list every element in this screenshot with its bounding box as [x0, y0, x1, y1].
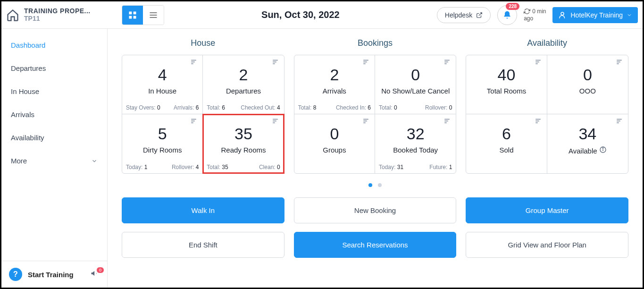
svg-rect-36 [617, 62, 620, 63]
end-shift-button[interactable]: End Shift [122, 232, 284, 258]
section-bookings: Bookings [294, 38, 457, 48]
svg-rect-29 [445, 119, 450, 120]
svg-rect-30 [445, 121, 449, 122]
nav-departures[interactable]: Departures [1, 57, 107, 80]
svg-rect-21 [363, 62, 367, 63]
svg-rect-13 [273, 63, 275, 64]
svg-rect-10 [192, 63, 194, 64]
svg-rect-1 [134, 11, 136, 14]
svg-rect-42 [617, 121, 620, 122]
section-availability: Availability [466, 38, 628, 48]
help-icon[interactable]: ? [9, 268, 22, 281]
svg-rect-4 [150, 12, 157, 13]
nav-dashboard[interactable]: Dashboard [1, 34, 107, 57]
svg-rect-11 [273, 60, 278, 61]
list-view-toggle[interactable] [143, 6, 164, 25]
svg-rect-25 [445, 63, 447, 64]
nav-in-house[interactable]: In House [1, 80, 107, 103]
grid-view-toggle[interactable] [122, 6, 143, 25]
svg-rect-6 [150, 17, 157, 18]
svg-point-46 [602, 148, 603, 148]
svg-rect-32 [535, 60, 541, 61]
helpdesk-button[interactable]: Helpdesk [437, 7, 491, 23]
property-code: TP11 [24, 15, 91, 22]
svg-rect-34 [535, 63, 538, 64]
svg-rect-43 [617, 122, 619, 123]
nav-more[interactable]: More [1, 149, 107, 172]
grid-floor-plan-button[interactable]: Grid View and Floor Plan [466, 232, 628, 258]
availability-card-sold[interactable]: 6Sold [466, 114, 547, 173]
svg-rect-14 [192, 119, 197, 120]
svg-point-7 [561, 12, 564, 15]
search-reservations-button[interactable]: Search Reservations [294, 232, 457, 258]
svg-rect-35 [617, 60, 622, 61]
bookings-card-arrivals[interactable]: 2ArrivalsTotal: 8Checked In: 6 [294, 55, 375, 114]
house-card-departures[interactable]: 2DeparturesTotal: 6Checked Out: 4 [203, 55, 284, 114]
svg-rect-38 [535, 119, 541, 120]
svg-rect-18 [273, 121, 276, 122]
svg-rect-31 [445, 122, 447, 123]
announcements-icon[interactable]: 0 [90, 269, 100, 280]
svg-rect-23 [445, 60, 450, 61]
svg-rect-40 [535, 122, 538, 123]
svg-rect-19 [273, 122, 275, 123]
svg-rect-28 [363, 122, 366, 123]
new-booking-button[interactable]: New Booking [294, 197, 457, 223]
svg-rect-16 [192, 122, 194, 123]
svg-rect-27 [363, 121, 367, 122]
nav-availability[interactable]: Availability [1, 126, 107, 149]
notification-badge: 228 [506, 3, 519, 10]
svg-rect-15 [192, 121, 195, 122]
user-menu[interactable]: HotelKey Training [552, 7, 638, 23]
start-training-button[interactable]: Start Training [28, 271, 84, 279]
home-icon[interactable] [6, 8, 19, 22]
house-card-dirty-rooms[interactable]: 5Dirty RoomsToday: 1Rollover: 4 [122, 114, 203, 173]
property-name: TRAINING PROPE... [24, 8, 91, 15]
nav-arrivals[interactable]: Arrivals [1, 103, 107, 126]
svg-rect-33 [535, 62, 539, 63]
group-master-button[interactable]: Group Master [466, 197, 628, 223]
svg-rect-12 [273, 62, 276, 63]
svg-rect-20 [363, 60, 368, 61]
page-dot-2[interactable] [378, 183, 382, 187]
svg-rect-9 [192, 62, 195, 63]
svg-rect-22 [363, 63, 366, 64]
svg-rect-26 [363, 119, 368, 120]
svg-rect-39 [535, 121, 539, 122]
house-card-in-house[interactable]: 4In HouseStay Overs: 0Arrivals: 6 [122, 55, 203, 114]
sync-status: 0 min ago [524, 8, 546, 22]
svg-rect-2 [129, 16, 132, 18]
svg-rect-24 [445, 62, 449, 63]
house-card-ready-rooms[interactable]: 35Ready RoomsTotal: 35Clean: 0 [203, 114, 284, 173]
walk-in-button[interactable]: Walk In [122, 197, 284, 223]
notifications-button[interactable]: 228 [497, 5, 517, 25]
svg-rect-3 [134, 16, 136, 18]
svg-rect-0 [129, 11, 132, 14]
bookings-card-no-show-late-cancel[interactable]: 0No Show/Late CancelTotal: 0Rollover: 0 [375, 55, 456, 114]
page-dot-1[interactable] [368, 183, 372, 187]
svg-rect-41 [617, 119, 622, 120]
section-house: House [122, 38, 284, 48]
availability-card-available[interactable]: 34Available [547, 114, 628, 173]
bookings-card-groups[interactable]: 0Groups [294, 114, 375, 173]
availability-card-ooo[interactable]: 0OOO [547, 55, 628, 114]
bookings-card-booked-today[interactable]: 32Booked TodayToday: 31Future: 1 [375, 114, 456, 173]
svg-rect-8 [192, 60, 197, 61]
current-date: Sun, Oct 30, 2022 [169, 9, 432, 20]
availability-card-total-rooms[interactable]: 40Total Rooms [466, 55, 547, 114]
svg-rect-5 [150, 15, 157, 16]
svg-rect-37 [617, 63, 619, 64]
svg-rect-17 [273, 119, 278, 120]
